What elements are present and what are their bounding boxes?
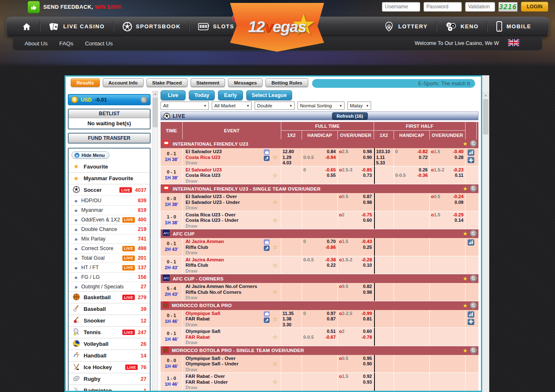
stats-stream-icon[interactable] [264,156,270,161]
team-name[interactable]: Draw [183,340,281,346]
validation-input[interactable] [465,2,495,12]
odds-cell-fthcp[interactable] [302,283,338,301]
odds-cell-fhhcp[interactable] [394,328,430,346]
odds-cell-ftou[interactable]: o0.50.950.90 [338,355,374,373]
odds-cell-fhou[interactable]: o0.5-0.240.09 [430,193,466,211]
odds-cell-ft1x2[interactable] [281,256,302,274]
league-star-icon[interactable]: ★ [463,275,468,282]
favourite-star-icon[interactable]: ☆ [273,198,278,206]
sidebar-item-volleyball[interactable]: Volleyball26 [69,338,150,350]
stats-stream-icon[interactable] [264,318,270,323]
team-name[interactable]: Costa Rica U23 [183,173,281,179]
filter-select-normal-sorting[interactable]: Normal Sorting▼ [297,102,344,110]
odds-cell-fthcp[interactable]: 0.840-0.5-0.94 [302,148,338,166]
stats-chart-icon[interactable] [468,239,474,246]
uk-flag-icon[interactable] [508,39,519,48]
odds-cell-fh1x2[interactable] [374,310,394,328]
odds-cell-ft1x2[interactable] [281,238,302,256]
odds-cell-fhhcp[interactable] [394,355,430,373]
team-name[interactable]: Riffa Club [183,263,281,268]
sidebar-item-handball[interactable]: Handball14 [69,350,150,361]
odds-cell-fthcp[interactable]: 0-0.5-0.380.22 [302,256,338,274]
team-name[interactable]: FAR Rabat - Under [183,380,281,385]
odds-cell-fh1x2[interactable] [374,373,394,391]
team-name[interactable]: Costa Rica U23 - Over [183,212,281,218]
login-button[interactable]: LOGIN [521,2,548,12]
odds-cell-ftou[interactable]: o2-0.750.60 [338,211,374,229]
add-bet-icon[interactable] [468,319,474,325]
odds-cell-fh1x2[interactable] [374,193,394,211]
odds-cell-ftou[interactable]: o9.50.820.98 [338,283,374,301]
filter-select-all-market[interactable]: All Market▼ [212,102,252,110]
odds-cell-fhou[interactable] [430,373,466,391]
odds-cell-fhhcp[interactable]: 0-0.820.72 [394,148,430,166]
odds-cell-ft1x2[interactable] [281,283,302,301]
odds-cell-fh1x2[interactable] [374,166,394,184]
odds-cell-fh1x2[interactable] [374,256,394,274]
team-name[interactable]: Draw [183,160,281,166]
league-refresh-icon[interactable] [470,302,477,309]
odds-cell-fhou[interactable]: o1.5-0.400.28 [430,148,466,166]
odds-cell-fhou[interactable] [430,310,466,328]
odds-cell-fhhcp[interactable]: 0.260-0.5-0.36 [394,166,430,184]
nav-item-mobile[interactable]: MOBILE [488,17,540,36]
filter-select-double[interactable]: Double▼ [255,102,295,110]
tab-results[interactable]: Results [71,78,100,87]
sidebar-item-ice-hockey[interactable]: Ice HockeyLIVE76 [69,361,150,373]
sidebar-item-odd-even-1x2[interactable]: »Odd/Even & 1X2LIVE400 [69,215,150,224]
team-name[interactable]: Al Jazira Amman [183,257,281,263]
favourite-star-icon[interactable]: ☆ [273,315,278,323]
league-refresh-icon[interactable] [470,185,477,192]
filter-select-all[interactable]: All▼ [161,102,209,110]
scrollbar-thumb[interactable] [153,97,158,127]
scrollbar-up-arrow[interactable]: ▲ [153,91,158,97]
odds-cell-fh1x2[interactable] [374,355,394,373]
odds-cell-ftou[interactable]: o0.50.870.98 [338,193,374,211]
odds-cell-fthcp[interactable] [302,373,338,391]
odds-cell-fh1x2[interactable] [374,211,394,229]
league-header[interactable]: MOROCCO BOTOLA PRO - SINGLE TEAM OVER/UN… [161,346,478,355]
league-star-icon[interactable]: ★ [463,186,468,192]
league-refresh-icon[interactable] [470,140,477,147]
team-name[interactable]: Draw [183,223,281,229]
refresh-button[interactable]: Refresh (16) [332,112,368,120]
feedback-thumb-icon[interactable] [27,1,40,13]
sidebar-item-myanmar-favourite[interactable]: ★Myanmar Favourite [69,172,150,184]
favourite-star-icon[interactable]: ☆ [273,243,278,251]
sidebar-item-basketball[interactable]: BasketballLIVE279 [69,291,150,303]
sidebar-item-total-goal[interactable]: »Total GoalLIVE201 [69,253,150,263]
tab-account-info[interactable]: Account Info [103,78,144,87]
odds-cell-ftou[interactable]: o2.50.980.90 [338,148,374,166]
odds-cell-ftou[interactable]: o2-2.5-0.990.81 [338,310,374,328]
odds-cell-ftou[interactable]: o1.50.920.93 [338,373,374,391]
favourite-star-icon[interactable]: ☆ [273,333,278,341]
tv-stream-icon[interactable] [264,311,270,317]
tab-statement[interactable]: Statement [191,78,225,87]
odds-cell-fhhcp[interactable] [394,238,430,256]
odds-cell-fhou[interactable] [430,238,466,256]
link-faqs[interactable]: FAQs [59,40,74,47]
odds-cell-fhhcp[interactable] [394,283,430,301]
odds-cell-ftou[interactable]: o1.5-2-0.280.10 [338,256,374,274]
odds-cell-fthcp[interactable]: 00.970.87 [302,310,338,328]
odds-cell-ft1x2[interactable] [281,328,302,346]
league-refresh-icon[interactable] [470,347,477,354]
betlist-header[interactable]: BETLIST [69,109,150,118]
sidebar-item-hdp-ou[interactable]: »HDP/OU839 [69,196,150,205]
odds-cell-ft1x2[interactable]: 12.801.294.03 [281,148,302,166]
odds-cell-fhhcp[interactable] [394,256,430,274]
odds-cell-fthcp[interactable]: 00.70-0.86 [302,238,338,256]
sidebar-item-soccer[interactable]: SoccerLIVE4037 [69,184,150,196]
team-name[interactable]: FAR Rabat [183,335,281,340]
filter-select-malay[interactable]: Malay▼ [347,102,371,110]
odds-cell-fh1x2[interactable] [374,238,394,256]
team-name[interactable]: El Salvador U23 - Under [183,200,281,206]
odds-cell-fh1x2[interactable] [374,283,394,301]
sidebar-item-rugby[interactable]: Rugby27 [69,373,150,385]
sidebar-item-snooker[interactable]: Snooker12 [69,315,150,326]
odds-cell-fhhcp[interactable] [394,310,430,328]
odds-cell-fhou[interactable] [430,328,466,346]
odds-cell-ftou[interactable]: o1.5-0.430.25 [338,238,374,256]
league-refresh-icon[interactable] [470,230,477,237]
sidebar-item-correct-score[interactable]: »Correct ScoreLIVE498 [69,243,150,253]
